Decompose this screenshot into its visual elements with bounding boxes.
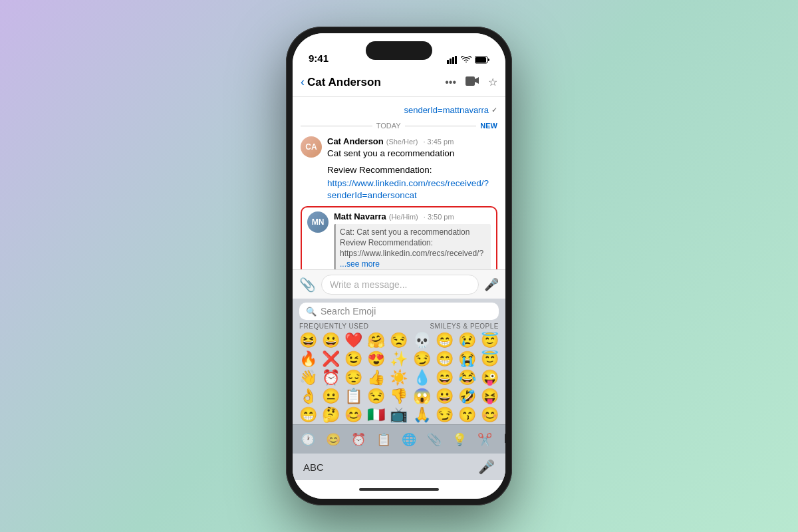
delivered-check: ✓ (491, 106, 497, 114)
emoji-cell[interactable]: 😏 (433, 406, 456, 424)
back-button[interactable]: ‹ (301, 75, 305, 89)
emoji-cell[interactable]: 😒 (388, 332, 410, 349)
emoji-cell[interactable]: 👌 (297, 388, 319, 405)
svg-rect-1 (450, 59, 452, 64)
emoji-cell[interactable]: 😊 (479, 406, 501, 424)
emoji-cell[interactable]: 😁 (297, 406, 319, 424)
smileys-icon[interactable]: 😊 (326, 432, 340, 447)
emoji-cell[interactable]: 😏 (410, 350, 433, 368)
emoji-cell[interactable]: 😊 (342, 406, 365, 424)
emoji-cell[interactable]: 😜 (479, 369, 501, 386)
message-input-field[interactable]: Write a message... (321, 275, 479, 295)
emoji-row: 😁 🤔 😊 🇮🇹 📺 🙏 😏 😙 😊 (297, 406, 501, 424)
emoji-cell[interactable]: 💀 (410, 332, 433, 349)
emoji-cell[interactable]: 🤣 (456, 388, 479, 405)
frequently-used-label: FREQUENTLY USED (299, 323, 368, 330)
svg-rect-5 (475, 57, 486, 63)
emoji-cell[interactable]: 🙏 (410, 406, 433, 424)
highlighted-message-container: MN Matt Navarra (He/Him) · 3:50 pm Cat: … (301, 206, 497, 269)
message-text: Cat sent you a recommendation (327, 148, 497, 160)
avatar-initials: MN (312, 217, 325, 227)
emoji-toolbar-icons: 🕐 😊 ⏰ 📋 🌐 📎 💡 ✂️ 🏳 ⌫ (301, 432, 505, 447)
message-placeholder: Write a message... (330, 279, 407, 290)
emoji-cell[interactable]: 😂 (456, 369, 479, 386)
emoji-cell[interactable]: 📋 (342, 388, 365, 405)
video-call-button[interactable] (466, 76, 479, 88)
emoji-cell[interactable]: ✨ (388, 350, 410, 368)
smileys-people-label: SMILEYS & PEOPLE (430, 323, 499, 330)
emoji-cell[interactable]: ⏰ (319, 369, 342, 386)
emoji-cell[interactable]: 🇮🇹 (365, 406, 388, 424)
message-row: CA Cat Anderson (She/Her) · 3:45 pm Cat … (293, 134, 505, 203)
chat-header: ‹ Cat Anderson ••• ☆ (293, 68, 505, 97)
emoji-cell[interactable]: 😭 (456, 350, 479, 368)
emoji-cell[interactable]: 👋 (297, 369, 319, 386)
more-options-button[interactable]: ••• (445, 76, 456, 88)
header-actions: ••• ☆ (445, 76, 497, 88)
emoji-search-placeholder[interactable]: Search Emoji (321, 306, 376, 317)
svg-rect-0 (447, 60, 449, 64)
phone-frame: 9:41 ‹ Cat Anderson ••• ☆ senderI (286, 27, 512, 505)
emoji-cell[interactable]: 📺 (388, 406, 410, 424)
scissors-icon[interactable]: ✂️ (477, 432, 492, 447)
emoji-cell[interactable]: 😇 (479, 332, 501, 349)
abc-button[interactable]: ABC (303, 462, 324, 473)
clock-icon[interactable]: ⏰ (351, 432, 366, 447)
emoji-cell[interactable]: 😆 (297, 332, 319, 349)
emoji-row: 😆 😀 ❤️ 🤗 😒 💀 😁 😢 😇 (297, 331, 501, 350)
contact-name: Cat Anderson (307, 76, 445, 89)
star-button[interactable]: ☆ (488, 76, 497, 88)
emoji-cell[interactable]: 😒 (365, 388, 388, 405)
message-header: Cat Anderson (She/Her) · 3:45 pm (327, 136, 497, 146)
message-time: · 3:50 pm (424, 213, 454, 221)
emoji-cell[interactable]: 😍 (365, 350, 388, 368)
emoji-cell[interactable]: 😱 (410, 388, 433, 405)
avatar-initials: CA (305, 142, 317, 152)
emoji-cell[interactable]: 🔥 (297, 350, 319, 368)
avatar: CA (301, 136, 322, 158)
divider-line-left (301, 126, 372, 126)
emoji-cell[interactable]: 😇 (479, 350, 501, 368)
emoji-cell[interactable]: 👍 (365, 369, 388, 386)
search-icon: 🔍 (306, 307, 317, 317)
emoji-grid: 😆 😀 ❤️ 🤗 😒 💀 😁 😢 😇 🔥 ❌ 😉 😍 ✨ 😏 (293, 331, 505, 424)
emoji-cell[interactable]: 🤗 (365, 332, 388, 349)
emoji-cell[interactable]: 😝 (479, 388, 501, 405)
globe-icon[interactable]: 🌐 (402, 432, 416, 447)
emoji-cell[interactable]: 😀 (433, 388, 456, 405)
emoji-cell[interactable]: 😄 (433, 369, 456, 386)
emoji-cell[interactable]: 😀 (319, 332, 342, 349)
emoji-cell[interactable]: 😉 (342, 350, 365, 368)
message-input-row: 📎 Write a message... 🎤 (293, 269, 505, 299)
status-time: 9:41 (309, 53, 329, 64)
date-divider: TODAY NEW (293, 118, 505, 134)
emoji-cell[interactable]: 😙 (456, 406, 479, 424)
emoji-cell[interactable]: 😁 (433, 332, 456, 349)
recent-icon[interactable]: 🕐 (301, 432, 315, 447)
emoji-cell[interactable]: ☀️ (388, 369, 410, 386)
objects-icon[interactable]: 📋 (376, 432, 391, 447)
emoji-cell[interactable]: 😐 (319, 388, 342, 405)
mic-icon[interactable]: 🎤 (484, 277, 499, 292)
emoji-cell[interactable]: 👎 (388, 388, 410, 405)
emoji-cell[interactable]: 😁 (433, 350, 456, 368)
attach-icon[interactable]: 📎 (299, 277, 316, 293)
emoji-keyboard: 🔍 Search Emoji FREQUENTLY USED SMILEYS &… (293, 299, 505, 480)
paperclip-icon[interactable]: 📎 (427, 432, 442, 447)
emoji-cell[interactable]: ❤️ (342, 332, 365, 349)
emoji-section-headers: FREQUENTLY USED SMILEYS & PEOPLE (293, 323, 505, 331)
signal-icon (447, 56, 458, 64)
lightbulb-icon[interactable]: 💡 (452, 432, 467, 447)
emoji-cell[interactable]: 🤔 (319, 406, 342, 424)
emoji-search-row: 🔍 Search Emoji (293, 299, 505, 323)
emoji-cell[interactable]: 😢 (456, 332, 479, 349)
emoji-row: 👌 😐 📋 😒 👎 😱 😀 🤣 😝 (297, 387, 501, 406)
emoji-search-bar: 🔍 Search Emoji (299, 303, 499, 320)
emoji-cell[interactable]: ❌ (319, 350, 342, 368)
flag-icon[interactable]: 🏳 (503, 432, 505, 446)
mic-keyboard-icon[interactable]: 🎤 (478, 459, 495, 475)
see-more-link[interactable]: ...see more (340, 259, 380, 269)
emoji-cell[interactable]: 😔 (342, 369, 365, 386)
recommendation-link[interactable]: https://www.linkedin.com/recs/received/?… (327, 178, 489, 200)
emoji-cell[interactable]: 💧 (410, 369, 433, 386)
